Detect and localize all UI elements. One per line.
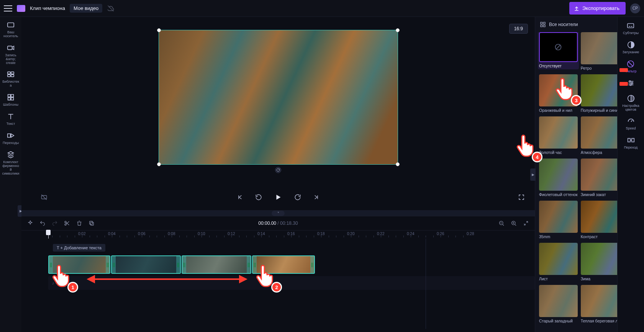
delete-tool-icon[interactable] xyxy=(76,220,83,227)
timeline-clip[interactable]: |||| xyxy=(182,255,251,274)
user-avatar[interactable]: CP xyxy=(630,3,640,13)
resize-handle-bl-icon[interactable] xyxy=(157,162,161,166)
export-button[interactable]: Экспортировать xyxy=(569,2,626,15)
filter-thumbnail[interactable] xyxy=(581,159,617,191)
clip-trim-right-icon[interactable]: || xyxy=(106,256,110,273)
timeline-collapse-chevron-icon[interactable]: ˅ xyxy=(272,211,285,216)
resize-handle-tr-icon[interactable] xyxy=(396,28,400,32)
filter-option[interactable]: Фиолетовый оттенок xyxy=(539,159,578,197)
filter-thumbnail[interactable] xyxy=(539,243,578,275)
filter-option[interactable]: Лист xyxy=(539,243,578,281)
svg-rect-6 xyxy=(11,75,14,77)
filter-option[interactable]: Контраст xyxy=(581,201,617,239)
filter-thumbnail[interactable] xyxy=(581,74,617,106)
timeline-clip[interactable]: |||| xyxy=(111,255,181,274)
filter-thumbnail[interactable] xyxy=(539,74,578,106)
filter-option[interactable]: Оранжевый и нил xyxy=(539,74,578,113)
resize-handle-br-icon[interactable] xyxy=(396,162,400,166)
timeline-ruler[interactable]: 0:020:040:060:080:100:120:140:160:180:20… xyxy=(21,230,535,239)
clip-trim-left-icon[interactable]: || xyxy=(112,256,116,273)
filter-thumbnail[interactable] xyxy=(539,159,578,191)
filter-thumbnail[interactable] xyxy=(581,116,617,149)
timeline-clip[interactable]: |||| xyxy=(48,255,110,274)
rail-item-transition[interactable]: Переход xyxy=(624,136,638,150)
zoom-out-button[interactable] xyxy=(498,220,505,227)
fit-timeline-button[interactable] xyxy=(523,220,529,227)
sidebar-item-media[interactable]: Ваш носитель xyxy=(2,21,20,38)
sidebar-item-text[interactable]: Текст xyxy=(2,112,20,126)
project-subtitle[interactable]: Мое видео xyxy=(70,4,102,13)
resize-handle-tl-icon[interactable] xyxy=(157,28,161,32)
clip-trim-left-icon[interactable]: || xyxy=(182,256,186,273)
filter-option[interactable]: Золотой час xyxy=(539,116,578,155)
svg-point-30 xyxy=(629,80,631,82)
back-5s-button[interactable] xyxy=(254,193,263,201)
split-tool-icon[interactable] xyxy=(64,220,70,227)
filter-name: Полужирный и синий xyxy=(581,108,617,113)
timeline-clip[interactable]: |||| xyxy=(252,255,315,274)
filter-thumbnail[interactable] xyxy=(581,32,617,64)
rail-item-filter[interactable]: Фильтр xyxy=(625,60,636,74)
filter-option[interactable]: Старый западный xyxy=(539,285,578,323)
next-frame-button[interactable] xyxy=(312,193,320,201)
right-panel-collapse-chevron-icon[interactable]: ▶ xyxy=(530,168,536,181)
add-audio-track[interactable]: ♪ + Аудио xyxy=(48,276,535,290)
right-properties-rail: Субтитры Затухание Фильтр Настройка цвет… xyxy=(617,17,644,332)
sidebar-item-templates[interactable]: Шаблоны xyxy=(2,93,20,107)
copy-tool-icon[interactable] xyxy=(88,220,95,227)
rail-item-fade[interactable]: Затухание xyxy=(623,41,639,54)
rail-item-speed[interactable]: Speed xyxy=(626,117,636,131)
filter-thumbnail[interactable] xyxy=(539,116,578,149)
svg-point-31 xyxy=(631,82,633,84)
play-button[interactable] xyxy=(273,192,283,203)
svg-rect-16 xyxy=(90,222,93,225)
fwd-5s-button[interactable] xyxy=(293,193,302,201)
sidebar-item-brandkit[interactable]: Комплект фирменной символики xyxy=(2,150,20,176)
zoom-in-button[interactable] xyxy=(510,220,517,227)
filter-thumbnail[interactable] xyxy=(581,201,617,233)
filter-thumbnail[interactable] xyxy=(539,32,578,62)
magic-tool-icon[interactable] xyxy=(27,220,34,227)
svg-rect-23 xyxy=(543,25,545,27)
filter-option[interactable]: Зима xyxy=(581,243,617,281)
svg-rect-35 xyxy=(631,139,634,142)
fullscreen-button[interactable] xyxy=(517,193,526,201)
app-logo-icon xyxy=(17,5,25,12)
filter-option[interactable]: 35mm xyxy=(539,201,578,239)
filter-option[interactable]: Ретро xyxy=(581,32,617,70)
clip-trim-right-icon[interactable]: || xyxy=(310,256,314,273)
playhead-icon[interactable] xyxy=(48,231,49,239)
filter-option[interactable]: Атмосфера xyxy=(581,116,617,155)
sidebar-item-transitions[interactable]: Переходы xyxy=(2,131,20,145)
redo-button[interactable] xyxy=(51,220,58,227)
menu-button[interactable] xyxy=(4,5,12,11)
rail-item-color[interactable]: Настройка цветов xyxy=(619,94,642,112)
add-text-hint[interactable]: T + Добавление текста xyxy=(53,244,105,252)
filter-option[interactable]: Отсутствует xyxy=(538,32,579,69)
filter-option[interactable]: Теплая береговая линия xyxy=(581,285,617,323)
clip-trim-left-icon[interactable]: || xyxy=(49,256,53,273)
filter-name: 35mm xyxy=(539,234,578,239)
filter-thumbnail[interactable] xyxy=(539,201,578,233)
clip-trim-left-icon[interactable]: || xyxy=(253,256,257,273)
prev-frame-button[interactable] xyxy=(236,193,244,201)
filter-option[interactable]: Зимний закат xyxy=(581,159,617,197)
sidebar-item-library[interactable]: Библиотека xyxy=(2,70,20,88)
clip-trim-right-icon[interactable]: || xyxy=(247,256,251,273)
filter-thumbnail[interactable] xyxy=(539,285,578,317)
filter-thumbnail[interactable] xyxy=(581,285,617,317)
ruler-mark: 0:28 xyxy=(467,232,474,236)
filter-name: Теплая береговая линия xyxy=(581,319,617,323)
aspect-ratio-selector[interactable]: 16:9 xyxy=(509,24,528,34)
svg-rect-8 xyxy=(11,95,13,97)
clip-trim-right-icon[interactable]: || xyxy=(176,256,180,273)
filter-option[interactable]: Полужирный и синий xyxy=(581,74,617,113)
undo-button[interactable] xyxy=(39,220,46,227)
canvas-preview[interactable] xyxy=(159,30,398,165)
sidebar-item-record[interactable]: Запись &amp; create xyxy=(2,44,20,65)
rotate-handle-icon[interactable] xyxy=(275,167,281,173)
rail-item-subtitles[interactable]: Субтитры xyxy=(623,21,639,35)
project-title: Клип чемпиона xyxy=(30,5,65,11)
remove-bg-icon[interactable] xyxy=(40,193,48,201)
filter-thumbnail[interactable] xyxy=(581,243,617,275)
